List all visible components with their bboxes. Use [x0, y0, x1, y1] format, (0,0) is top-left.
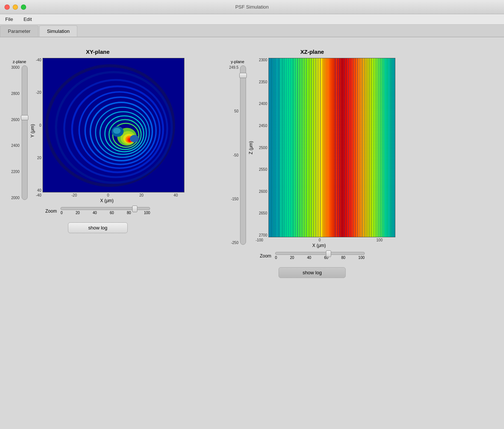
xy-x-ticks: -40 -20 0 20 40: [36, 192, 178, 197]
xy-show-log-button[interactable]: show log: [68, 222, 128, 233]
svg-rect-66: [367, 58, 367, 237]
menu-file[interactable]: File: [3, 16, 15, 23]
z-plane-label: z-plane: [13, 59, 26, 64]
svg-rect-65: [364, 58, 365, 237]
svg-rect-51: [333, 58, 335, 237]
xz-zoom-area: Zoom 0 20 40 60 80 100: [260, 252, 365, 260]
svg-rect-29: [284, 58, 284, 237]
xz-y-ticks: 249.5 50 -50 -150 -250: [229, 65, 239, 245]
svg-rect-54: [339, 58, 340, 237]
svg-rect-49: [329, 58, 331, 237]
svg-rect-57: [346, 58, 347, 237]
svg-point-21: [113, 128, 121, 134]
svg-rect-36: [299, 58, 300, 237]
svg-rect-74: [385, 58, 386, 237]
xz-plot: [268, 58, 395, 237]
tab-simulation[interactable]: Simulation: [39, 25, 78, 37]
xz-zoom-label: Zoom: [260, 253, 271, 259]
minimize-button[interactable]: [13, 4, 18, 10]
close-button[interactable]: [4, 4, 10, 10]
svg-rect-34: [295, 58, 296, 237]
svg-rect-28: [282, 58, 283, 237]
svg-rect-48: [327, 58, 329, 237]
svg-rect-45: [320, 58, 321, 237]
svg-rect-62: [357, 58, 358, 237]
svg-rect-71: [378, 58, 379, 237]
xy-x-axis-label: X (μm): [36, 198, 178, 203]
svg-rect-31: [288, 58, 289, 237]
svg-rect-69: [373, 58, 374, 237]
svg-rect-32: [290, 58, 291, 237]
xz-panel: XZ-plane y-plane 249.5 50 -50 -150 -250: [229, 49, 395, 422]
svg-rect-68: [371, 58, 372, 237]
svg-rect-52: [335, 58, 336, 237]
svg-rect-25: [271, 58, 272, 237]
z-scale: 3000 2800 2600 2400 2200 2000: [11, 65, 19, 200]
svg-rect-76: [392, 58, 395, 237]
tabs-bar: Parameter Simulation: [0, 25, 504, 37]
svg-rect-47: [325, 58, 327, 237]
svg-point-22: [130, 135, 139, 142]
svg-rect-41: [311, 58, 312, 237]
svg-rect-61: [355, 58, 356, 237]
menu-edit[interactable]: Edit: [21, 16, 34, 23]
xz-panel-title: XZ-plane: [301, 49, 324, 55]
xz-z-axis-label: Z (μm): [248, 58, 253, 237]
svg-rect-46: [322, 58, 325, 237]
svg-rect-43: [315, 58, 316, 237]
svg-rect-26: [273, 58, 274, 237]
y-plane-label: y-plane: [231, 59, 244, 64]
xy-panel-title: XY-plane: [86, 49, 109, 55]
svg-rect-27: [276, 58, 278, 237]
svg-rect-44: [318, 58, 318, 237]
xz-zoom-slider[interactable]: [275, 252, 365, 255]
svg-rect-38: [304, 58, 305, 237]
svg-rect-59: [351, 58, 351, 237]
xz-x-ticks: -100 0 100: [256, 237, 383, 242]
svg-rect-35: [297, 58, 298, 237]
xy-panel: XY-plane z-plane 3000 2800 2600 2400 220…: [11, 49, 184, 422]
main-content: XY-plane z-plane 3000 2800 2600 2400 220…: [0, 37, 504, 429]
svg-rect-70: [376, 58, 376, 237]
title-bar: PSF Simulation: [0, 0, 504, 14]
xz-show-log-button[interactable]: show log: [279, 267, 346, 278]
svg-rect-75: [388, 58, 390, 237]
menu-bar: File Edit: [0, 14, 504, 25]
svg-rect-60: [353, 58, 354, 237]
svg-rect-67: [369, 58, 370, 237]
svg-rect-63: [360, 58, 360, 237]
svg-rect-50: [331, 58, 333, 237]
svg-rect-73: [382, 58, 383, 237]
svg-rect-53: [337, 58, 338, 237]
xy-plot: [43, 58, 184, 192]
svg-rect-58: [348, 58, 349, 237]
xy-y-ticks: -40 -20 0 20 40: [36, 58, 42, 192]
svg-rect-72: [380, 58, 381, 237]
svg-rect-37: [302, 58, 302, 237]
xy-zoom-label: Zoom: [46, 209, 57, 214]
tab-parameter[interactable]: Parameter: [0, 25, 38, 37]
svg-rect-56: [344, 58, 345, 237]
xz-z-ticks: 2300 2350 2400 2450 2500 2550 2600 2650 …: [256, 58, 268, 237]
xz-zoom-ticks: 0 20 40 60 80 100: [275, 256, 365, 260]
xz-x-axis-label: X (μm): [256, 243, 383, 248]
maximize-button[interactable]: [21, 4, 26, 10]
window-title: PSF Simulation: [235, 4, 269, 10]
svg-rect-55: [342, 58, 342, 237]
z-slider[interactable]: [22, 65, 28, 200]
y-slider[interactable]: [240, 65, 246, 245]
svg-rect-40: [309, 58, 309, 237]
xy-y-axis-label: Y (μm): [30, 64, 35, 198]
svg-rect-33: [293, 58, 293, 237]
svg-rect-42: [313, 58, 314, 237]
xy-zoom-slider[interactable]: [60, 207, 150, 210]
svg-rect-39: [306, 58, 307, 237]
svg-rect-30: [286, 58, 287, 237]
xy-zoom-area: Zoom 0 20 40 60 80 100: [46, 207, 150, 215]
svg-rect-64: [362, 58, 363, 237]
